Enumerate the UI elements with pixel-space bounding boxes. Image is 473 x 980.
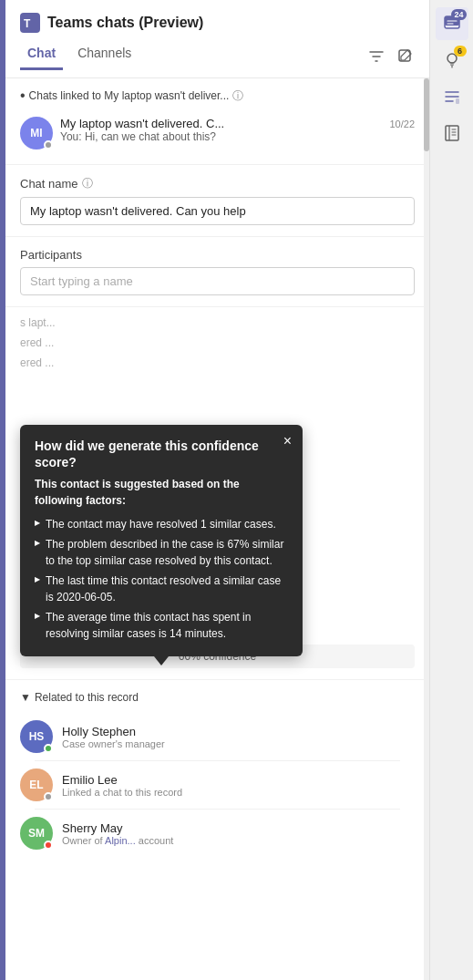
- tooltip-arrow: [154, 656, 169, 665]
- related-header-label: Related to this record: [35, 691, 139, 704]
- tooltip-subtitle: This contact is suggested based on the f…: [35, 476, 288, 509]
- chats-linked-label: Chats linked to My laptop wasn't deliver…: [29, 89, 230, 102]
- chats-linked-header: • Chats linked to My laptop wasn't deliv…: [20, 88, 415, 104]
- sherry-role: Owner of Alpin... account: [62, 835, 415, 846]
- avatar-initials-emilio: EL: [29, 779, 43, 791]
- related-person-emilio[interactable]: EL Emilio Lee Linked a chat to this reco…: [20, 761, 415, 809]
- filter-button[interactable]: [367, 47, 386, 66]
- avatar: MI: [20, 117, 53, 150]
- sherry-name: Sherry May: [62, 821, 415, 835]
- status-dot-holly: [44, 744, 53, 753]
- compose-icon: [398, 49, 413, 64]
- participants-section: Participants: [5, 237, 429, 307]
- sherry-info: Sherry May Owner of Alpin... account: [62, 821, 415, 846]
- sherry-role-highlight: Alpin...: [105, 835, 136, 846]
- holly-info: Holly Stephen Case owner's manager: [62, 725, 415, 749]
- chat-item[interactable]: MI My laptop wasn't delivered. C... 10/2…: [20, 111, 415, 155]
- chat-info: My laptop wasn't delivered. C... 10/22 Y…: [60, 117, 415, 143]
- holly-role: Case owner's manager: [62, 738, 415, 749]
- scroll-area: • Chats linked to My laptop wasn't deliv…: [5, 78, 429, 980]
- tooltip-point-1: The contact may have resolved 1 similar …: [35, 514, 288, 534]
- main-panel: T Teams chats (Preview) Chat Channels: [5, 0, 429, 980]
- related-header: ▼ Related to this record: [20, 691, 415, 704]
- tab-bar: Chat Channels: [20, 42, 415, 70]
- tooltip-title: How did we generate this confidence scor…: [35, 438, 288, 470]
- status-dot-sherry: [44, 841, 53, 850]
- chat-name-info-icon: ⓘ: [82, 176, 93, 191]
- avatar-initials-sherry: SM: [28, 827, 45, 840]
- compose-button[interactable]: [396, 47, 415, 66]
- svg-rect-7: [446, 126, 458, 140]
- partial-item-3: ered ...: [20, 353, 415, 373]
- filter-icon: [369, 49, 384, 64]
- chat-badge: 24: [451, 9, 466, 20]
- chat-name: My laptop wasn't delivered. C...: [60, 117, 224, 130]
- related-person-sherry[interactable]: SM Sherry May Owner of Alpin... account: [20, 810, 415, 857]
- tooltip-point-2: The problem described in the case is 67%…: [35, 534, 288, 571]
- list-sidebar-icon: [443, 88, 461, 106]
- related-collapse-icon[interactable]: ▼: [20, 691, 31, 704]
- partial-items-area: s lapt... ered ... ered ...: [5, 307, 429, 378]
- emilio-info: Emilio Lee Linked a chat to this record: [62, 773, 415, 798]
- app-title: Teams chats (Preview): [47, 15, 203, 31]
- tooltip-list: The contact may have resolved 1 similar …: [35, 514, 288, 644]
- header-title-row: T Teams chats (Preview): [20, 13, 415, 33]
- avatar-holly: HS: [20, 720, 53, 753]
- confidence-tooltip: × How did we generate this confidence sc…: [20, 425, 303, 656]
- scroll-indicator: [424, 78, 429, 980]
- status-dot-away: [44, 140, 53, 150]
- tooltip-point-3: The last time this contact resolved a si…: [35, 571, 288, 607]
- chat-name-label: Chat name ⓘ: [20, 176, 415, 191]
- scroll-thumb[interactable]: [424, 78, 429, 151]
- avatar-initials: MI: [30, 127, 42, 139]
- sidebar-chat-button[interactable]: 24: [436, 7, 468, 40]
- participants-input[interactable]: [20, 267, 415, 295]
- chat-time: 10/22: [389, 119, 415, 129]
- holly-name: Holly Stephen: [62, 725, 415, 738]
- tab-actions: [367, 47, 415, 66]
- avatar-sherry: SM: [20, 817, 53, 850]
- status-dot-emilio: [44, 792, 53, 801]
- teams-logo-icon: T: [20, 13, 40, 33]
- right-sidebar: 24 6: [429, 0, 473, 980]
- tooltip-close-button[interactable]: ×: [283, 434, 292, 449]
- info-icon[interactable]: ⓘ: [232, 88, 243, 104]
- bullet-icon: •: [20, 88, 26, 104]
- chat-name-section: Chat name ⓘ: [5, 165, 429, 237]
- related-section: ▼ Related to this record HS Holly Stephe…: [5, 680, 429, 868]
- participants-label: Participants: [20, 248, 415, 262]
- avatar-initials-holly: HS: [29, 730, 45, 743]
- partial-item-1: s lapt...: [20, 313, 415, 333]
- svg-rect-6: [456, 98, 459, 104]
- emilio-role: Linked a chat to this record: [62, 787, 415, 798]
- svg-point-5: [447, 54, 457, 63]
- chat-preview: You: Hi, can we chat about this?: [60, 130, 415, 143]
- chats-linked-section: • Chats linked to My laptop wasn't deliv…: [5, 78, 429, 165]
- tab-channels[interactable]: Channels: [70, 42, 139, 70]
- tooltip-point-4: The average time this contact has spent …: [35, 607, 288, 644]
- book-sidebar-icon: [443, 124, 461, 142]
- sidebar-lightbulb-button[interactable]: 6: [436, 44, 468, 77]
- emilio-name: Emilio Lee: [62, 773, 415, 787]
- tab-chat[interactable]: Chat: [20, 42, 63, 70]
- avatar-emilio: EL: [20, 769, 53, 801]
- sidebar-list-button[interactable]: [436, 80, 468, 113]
- chat-name-input[interactable]: [20, 197, 415, 225]
- related-person-holly[interactable]: HS Holly Stephen Case owner's manager: [20, 713, 415, 760]
- lightbulb-badge: 6: [454, 46, 467, 57]
- partial-item-2: ered ...: [20, 333, 415, 353]
- chat-name-row: My laptop wasn't delivered. C... 10/22: [60, 117, 415, 130]
- sidebar-book-button[interactable]: [436, 117, 468, 150]
- svg-text:T: T: [24, 17, 31, 30]
- header: T Teams chats (Preview) Chat Channels: [5, 0, 429, 78]
